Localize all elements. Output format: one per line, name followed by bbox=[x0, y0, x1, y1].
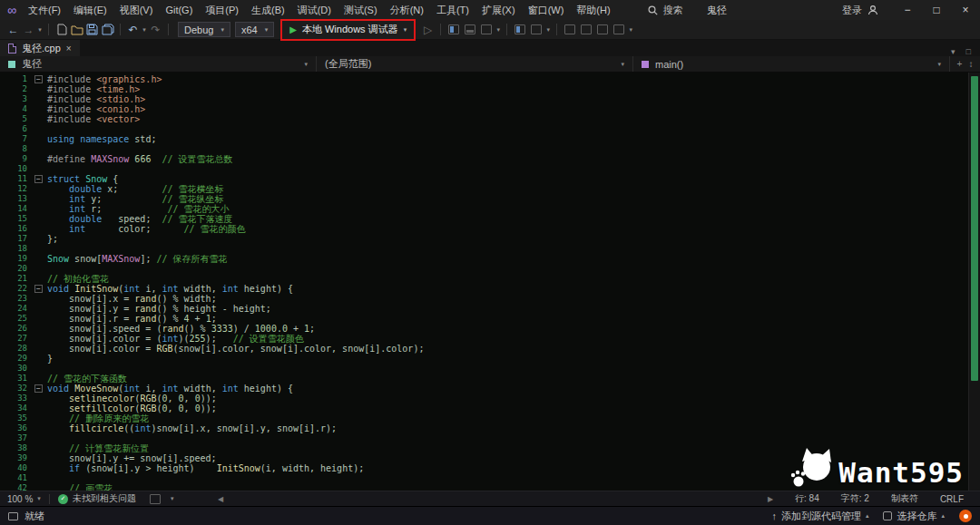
code-line[interactable]: 29} bbox=[0, 354, 968, 364]
line-number[interactable]: 40 bbox=[0, 463, 34, 473]
background-tasks-icon[interactable] bbox=[8, 512, 18, 520]
line-number[interactable]: 32 bbox=[0, 384, 34, 394]
close-button[interactable]: × bbox=[951, 0, 980, 20]
find-in-files-icon[interactable] bbox=[514, 24, 525, 34]
fold-marker-icon[interactable]: − bbox=[34, 174, 47, 184]
output-pane-icon[interactable] bbox=[465, 24, 475, 34]
menu-item[interactable]: Git(G) bbox=[159, 0, 199, 20]
add-view-icon[interactable]: + bbox=[956, 59, 962, 69]
member-dropdown[interactable]: main() ▾ bbox=[633, 56, 949, 72]
project-dropdown[interactable]: 鬼径 ▾ bbox=[0, 56, 317, 72]
add-to-source-control-button[interactable]: ↑ 添加到源代码管理 ▴ bbox=[771, 510, 868, 523]
line-number[interactable]: 12 bbox=[0, 184, 34, 194]
line-number[interactable]: 21 bbox=[0, 274, 34, 284]
menu-item[interactable]: 文件(F) bbox=[22, 0, 67, 20]
scrollbar-thumb[interactable] bbox=[971, 76, 978, 381]
line-number[interactable]: 2 bbox=[0, 84, 34, 94]
menu-item[interactable]: 扩展(X) bbox=[475, 0, 522, 20]
sign-in-button[interactable]: 登录 bbox=[842, 4, 878, 17]
navigate-symbol-icon[interactable] bbox=[531, 24, 542, 34]
split-view-icon[interactable]: ↕ bbox=[969, 59, 974, 69]
line-number[interactable]: 3 bbox=[0, 94, 34, 104]
line-number[interactable]: 1 bbox=[0, 74, 34, 84]
solution-platform-dropdown[interactable]: x64 ▾ bbox=[235, 22, 274, 37]
line-number[interactable]: 22 bbox=[0, 284, 34, 294]
line-number[interactable]: 20 bbox=[0, 264, 34, 274]
line-number[interactable]: 15 bbox=[0, 214, 34, 224]
eol-indicator[interactable]: CRLF bbox=[940, 494, 964, 504]
menu-item[interactable]: 生成(B) bbox=[245, 0, 291, 20]
line-indicator[interactable]: 行: 84 bbox=[795, 492, 819, 505]
line-number[interactable]: 11 bbox=[0, 174, 34, 184]
line-number[interactable]: 8 bbox=[0, 144, 34, 154]
hscroll-right-arrow-icon[interactable]: ▶ bbox=[768, 495, 773, 503]
code-line[interactable]: 8 bbox=[0, 144, 968, 154]
line-number[interactable]: 25 bbox=[0, 314, 34, 324]
menu-item[interactable]: 视图(V) bbox=[113, 0, 160, 20]
menu-item[interactable]: 项目(P) bbox=[199, 0, 245, 20]
line-number[interactable]: 18 bbox=[0, 244, 34, 254]
code-line[interactable]: 12 double x; // 雪花横坐标 bbox=[0, 184, 968, 194]
code-line[interactable]: 30 bbox=[0, 364, 968, 374]
code-cleanup-icon[interactable] bbox=[150, 494, 161, 504]
open-folder-icon[interactable] bbox=[69, 23, 84, 36]
code-line[interactable]: 36 fillcircle((int)snow[i].x, snow[i].y,… bbox=[0, 423, 968, 433]
find-dropdown-icon[interactable]: ▾ bbox=[544, 26, 552, 34]
code-line[interactable]: 17}; bbox=[0, 234, 968, 244]
code-line[interactable]: 19Snow snow[MAXSnow]; // 保存所有雪花 bbox=[0, 254, 968, 264]
tabs-indicator[interactable]: 制表符 bbox=[891, 492, 918, 505]
code-line[interactable]: 28 snow[i].color = RGB(snow[i].color, sn… bbox=[0, 344, 968, 354]
code-line[interactable]: 11−struct Snow { bbox=[0, 174, 968, 184]
menu-item[interactable]: 窗口(W) bbox=[522, 0, 571, 20]
code-line[interactable]: 4#include <conio.h> bbox=[0, 104, 968, 114]
health-indicator[interactable]: ✓ 未找到相关问题 bbox=[58, 492, 136, 505]
code-line[interactable]: 31// 雪花的下落函数 bbox=[0, 374, 968, 384]
solution-configuration-dropdown[interactable]: Debug ▾ bbox=[178, 22, 230, 37]
code-line[interactable]: 22−void InitSnow(int i, int width, int h… bbox=[0, 284, 968, 294]
line-number[interactable]: 19 bbox=[0, 254, 34, 264]
line-number[interactable]: 17 bbox=[0, 234, 34, 244]
navigate-forward-icon[interactable]: → bbox=[21, 24, 36, 36]
column-indicator[interactable]: 字符: 2 bbox=[841, 492, 869, 505]
line-number[interactable]: 13 bbox=[0, 194, 34, 204]
error-list-pane-icon[interactable] bbox=[481, 24, 492, 34]
line-number[interactable]: 41 bbox=[0, 473, 34, 483]
notification-badge-icon[interactable] bbox=[959, 510, 972, 522]
code-line[interactable]: 32−void MoveSnow(int i, int width, int h… bbox=[0, 384, 968, 394]
start-without-debugging-icon[interactable]: ▷ bbox=[420, 24, 436, 36]
code-line[interactable]: 25 snow[i].r = rand() % 4 + 1; bbox=[0, 314, 968, 324]
bookmark-dropdown-icon[interactable]: ▾ bbox=[627, 26, 634, 34]
code-line[interactable]: 2#include <time.h> bbox=[0, 84, 968, 94]
line-number[interactable]: 33 bbox=[0, 394, 34, 403]
line-number[interactable]: 31 bbox=[0, 374, 34, 384]
line-number[interactable]: 16 bbox=[0, 224, 34, 234]
code-cleanup-dropdown-icon[interactable]: ▾ bbox=[169, 495, 176, 502]
line-number[interactable]: 39 bbox=[0, 453, 34, 463]
save-all-icon[interactable] bbox=[100, 23, 115, 36]
line-number[interactable]: 37 bbox=[0, 433, 34, 443]
zoom-selector[interactable]: 100 % ▾ bbox=[7, 494, 41, 504]
redo-icon[interactable]: ↷ bbox=[148, 24, 163, 36]
line-number[interactable]: 23 bbox=[0, 294, 34, 304]
panes-dropdown-icon[interactable]: ▾ bbox=[495, 26, 502, 34]
code-line[interactable]: 34 setfillcolor(RGB(0, 0, 0)); bbox=[0, 403, 968, 413]
code-line[interactable]: 26 snow[i].speed = (rand() % 3333) / 100… bbox=[0, 324, 968, 334]
vertical-scrollbar[interactable] bbox=[968, 73, 980, 491]
hscroll-left-arrow-icon[interactable]: ◀ bbox=[218, 495, 223, 503]
code-line[interactable]: 6 bbox=[0, 124, 968, 134]
code-line[interactable]: 24 snow[i].y = rand() % height - height; bbox=[0, 304, 968, 314]
code-editor[interactable]: 1−#include <graphics.h>2#include <time.h… bbox=[0, 73, 980, 491]
save-icon[interactable] bbox=[84, 23, 100, 36]
line-number[interactable]: 24 bbox=[0, 304, 34, 314]
line-number[interactable]: 27 bbox=[0, 334, 34, 344]
fold-marker-icon[interactable]: − bbox=[34, 284, 47, 294]
scope-dropdown[interactable]: (全局范围) ▾ bbox=[317, 56, 633, 72]
tab-close-icon[interactable]: × bbox=[66, 44, 72, 53]
bookmark-next-icon[interactable] bbox=[597, 24, 608, 34]
fold-marker-icon[interactable]: − bbox=[34, 74, 47, 84]
line-number[interactable]: 30 bbox=[0, 364, 34, 374]
code-line[interactable]: 1−#include <graphics.h> bbox=[0, 74, 968, 84]
line-number[interactable]: 38 bbox=[0, 443, 34, 453]
tab-list-dropdown-icon[interactable]: ▾ bbox=[951, 47, 956, 56]
code-line[interactable]: 15 double speed; // 雪花下落速度 bbox=[0, 214, 968, 224]
